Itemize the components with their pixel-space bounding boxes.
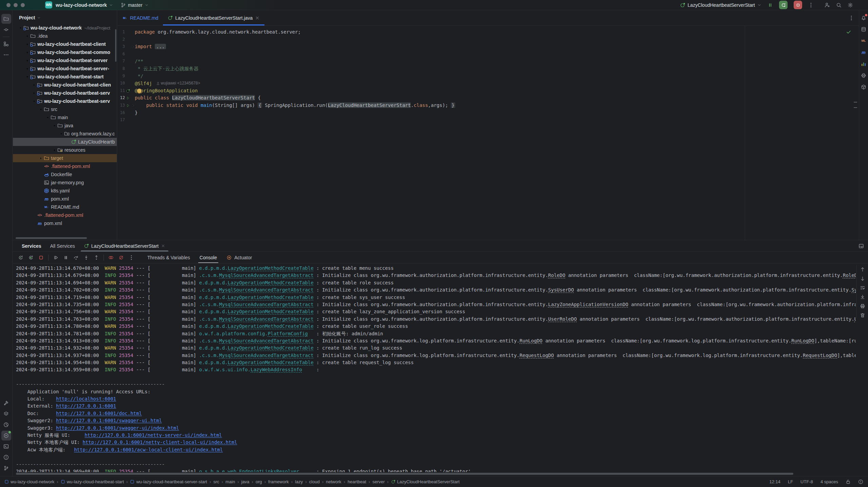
breadcrumb-item[interactable]: LazyCloudHeartbeatServerStart bbox=[391, 479, 460, 484]
breadcrumb-item[interactable]: main bbox=[225, 479, 235, 484]
logger-link[interactable]: PlatformConfig bbox=[268, 331, 308, 336]
logger-link[interactable]: EndpointLinksResolver bbox=[239, 469, 299, 472]
view-breakpoints-button[interactable] bbox=[117, 253, 126, 262]
breadcrumb-item[interactable]: framework bbox=[268, 479, 289, 484]
tree-item[interactable]: wu-lazy-cloud-heartbeat-client bbox=[13, 40, 117, 48]
status-widget-cursor-position[interactable]: 12:14 bbox=[769, 479, 780, 484]
breadcrumb-item[interactable]: server bbox=[372, 479, 385, 484]
logger-link[interactable]: LazyOperationMethodCreateTable bbox=[228, 295, 314, 300]
chevron-collapsed-icon[interactable] bbox=[24, 42, 30, 46]
tree-item[interactable]: target bbox=[13, 154, 117, 162]
tree-item[interactable]: wu-lazy-cloud-heartbeat-serv bbox=[13, 89, 117, 97]
author-inlay-hint[interactable]: wujiawei <12345678> bbox=[156, 80, 200, 87]
logger-link[interactable]: MysqlSourceAdvancedTargetAbstract bbox=[219, 353, 314, 358]
tree-item[interactable]: </>.flattened-pom.xml bbox=[13, 211, 117, 219]
logger-link[interactable]: MysqlSourceAdvancedTargetAbstract bbox=[219, 316, 314, 322]
tree-item[interactable]: k8s.yaml bbox=[13, 187, 117, 195]
spring-bean-gutter-icon[interactable] bbox=[125, 87, 131, 95]
logger-link[interactable]: MysqlSourceAdvancedTargetAbstract bbox=[219, 338, 314, 343]
logger-link[interactable]: LazyOperationMethodCreateTable bbox=[228, 309, 314, 314]
tab-readme[interactable]: M↓ README.md bbox=[117, 10, 163, 25]
tool-stripe-item-dependencies[interactable] bbox=[860, 83, 868, 91]
breadcrumb-item[interactable]: network bbox=[326, 479, 341, 484]
console-link[interactable]: http://127.0.0.1:6001 bbox=[56, 403, 116, 409]
chevron-expanded-icon[interactable] bbox=[18, 26, 23, 30]
tree-item[interactable]: resources bbox=[13, 146, 117, 154]
tree-item[interactable]: Dockerfile bbox=[13, 170, 117, 179]
tree-item[interactable]: .idea bbox=[13, 32, 117, 40]
breadcrumb-item[interactable]: lazy bbox=[295, 479, 303, 484]
fold-marker-icon[interactable] bbox=[131, 102, 135, 109]
search-everywhere-button[interactable] bbox=[836, 2, 842, 8]
debugger-tab-console[interactable]: Console bbox=[195, 252, 222, 263]
tool-stripe-item-version-control[interactable] bbox=[1, 463, 11, 473]
tree-item[interactable]: org.framework.lazy.c bbox=[13, 130, 117, 138]
run-configuration[interactable]: LazyCloudHeartbeatServerStart bbox=[680, 2, 761, 8]
tool-stripe-item-packages[interactable] bbox=[1, 409, 11, 419]
notifications-icon[interactable] bbox=[858, 479, 863, 484]
logger-link[interactable]: LazyOperationMethodCreateTable bbox=[228, 345, 314, 351]
tab-services[interactable]: Services bbox=[17, 240, 46, 251]
breadcrumb-item[interactable]: wu-lazy-cloud-network bbox=[4, 479, 54, 484]
tool-stripe-item-build[interactable] bbox=[1, 398, 11, 408]
chevron-collapsed-icon[interactable] bbox=[24, 51, 30, 54]
tool-stripe-item-database[interactable] bbox=[860, 25, 868, 33]
branch-widget[interactable]: master bbox=[121, 2, 149, 8]
tool-stripe-item-project[interactable] bbox=[1, 14, 11, 24]
fold-marker-icon[interactable] bbox=[131, 43, 135, 51]
tree-item[interactable]: java bbox=[13, 121, 117, 130]
tree-item[interactable]: LazyCloudHeartb bbox=[13, 138, 117, 146]
logger-link[interactable]: LazyOperationMethodCreateTable bbox=[228, 280, 314, 285]
chevron-expanded-icon[interactable] bbox=[38, 108, 44, 111]
rerun-button[interactable] bbox=[16, 253, 25, 262]
resume-button[interactable] bbox=[51, 253, 60, 262]
breadcrumb-item[interactable]: org bbox=[256, 479, 262, 484]
tool-stripe-item-services[interactable] bbox=[1, 431, 11, 441]
tree-item[interactable]: M↓README.md bbox=[13, 203, 117, 211]
project-panel-header[interactable]: Project bbox=[13, 10, 117, 24]
chevron-collapsed-icon[interactable] bbox=[38, 156, 44, 160]
logger-link[interactable]: MysqlSourceAdvancedTargetAbstract bbox=[219, 287, 314, 293]
debugger-tab-threads-variables[interactable]: Threads & Variables bbox=[143, 252, 195, 263]
chevron-collapsed-icon[interactable] bbox=[24, 67, 30, 71]
chevron-collapsed-icon[interactable] bbox=[31, 83, 37, 87]
stop-button[interactable] bbox=[37, 253, 45, 262]
console-link[interactable]: http://127.0.0.1:6001/netty-server-ui/in… bbox=[85, 432, 222, 438]
chevron-collapsed-icon[interactable] bbox=[31, 91, 37, 95]
breadcrumb-item[interactable]: wu-lazy-cloud-heartbeat-start bbox=[61, 479, 124, 484]
chevron-collapsed-icon[interactable] bbox=[24, 59, 30, 62]
tree-item[interactable]: wu-lazy-cloud-heartbeat-start bbox=[13, 73, 117, 81]
chevron-expanded-icon[interactable] bbox=[52, 124, 57, 128]
pause-button[interactable] bbox=[61, 253, 70, 262]
tree-item[interactable]: wu-lazy-cloud-heartbeat-serv bbox=[13, 97, 117, 105]
settings-button[interactable] bbox=[848, 2, 853, 8]
tab-lazycloudheartbeatserverstart[interactable]: LazyCloudHeartbeatServerStart.java bbox=[163, 10, 264, 25]
logger-link[interactable]: LazyOperationMethodCreateTable bbox=[228, 323, 314, 329]
step-over-button[interactable] bbox=[72, 253, 80, 262]
logger-link[interactable]: LazyOperationMethodCreateTable bbox=[228, 265, 314, 271]
code-editor[interactable]: 1package org.framework.lazy.cloud.networ… bbox=[117, 26, 859, 124]
print-button[interactable] bbox=[860, 303, 865, 309]
tree-item[interactable]: wu-lazy-cloud-heartbeat-commo bbox=[13, 48, 117, 56]
console-link[interactable]: http://127.0.0.1:6001/acw-local-client-u… bbox=[74, 447, 223, 452]
chevron-expanded-icon[interactable] bbox=[31, 99, 37, 103]
tool-stripe-item-profiler[interactable] bbox=[1, 420, 11, 430]
tree-item[interactable]: wu-lazy-cloud-network~/IdeaProject bbox=[13, 24, 117, 32]
code-with-me-button[interactable] bbox=[825, 2, 830, 8]
window-controls[interactable] bbox=[6, 3, 25, 7]
tool-stripe-item-python-plugin[interactable] bbox=[860, 71, 868, 79]
unlock-icon[interactable] bbox=[846, 479, 851, 484]
inspections-ok-icon[interactable] bbox=[846, 29, 851, 35]
tree-item[interactable]: wu-lazy-cloud-heartbeat-server- bbox=[13, 64, 117, 73]
scroll-down-button[interactable] bbox=[860, 276, 865, 281]
panel-layout-button[interactable] bbox=[858, 243, 864, 249]
tree-item[interactable]: main bbox=[13, 113, 117, 121]
logger-link[interactable]: MysqlSourceAdvancedTargetAbstract bbox=[219, 302, 314, 307]
console-link[interactable]: http://127.0.0.1:6001/netty-client-local… bbox=[82, 439, 237, 445]
tab-all-services[interactable]: All Services bbox=[46, 240, 79, 251]
debugger-tab-actuator[interactable]: Actuator bbox=[222, 252, 257, 263]
editor-options-button[interactable] bbox=[849, 15, 854, 21]
clear-all-button[interactable] bbox=[860, 313, 865, 318]
chevron-expanded-icon[interactable] bbox=[24, 75, 30, 79]
scroll-to-end-button[interactable] bbox=[860, 294, 865, 300]
